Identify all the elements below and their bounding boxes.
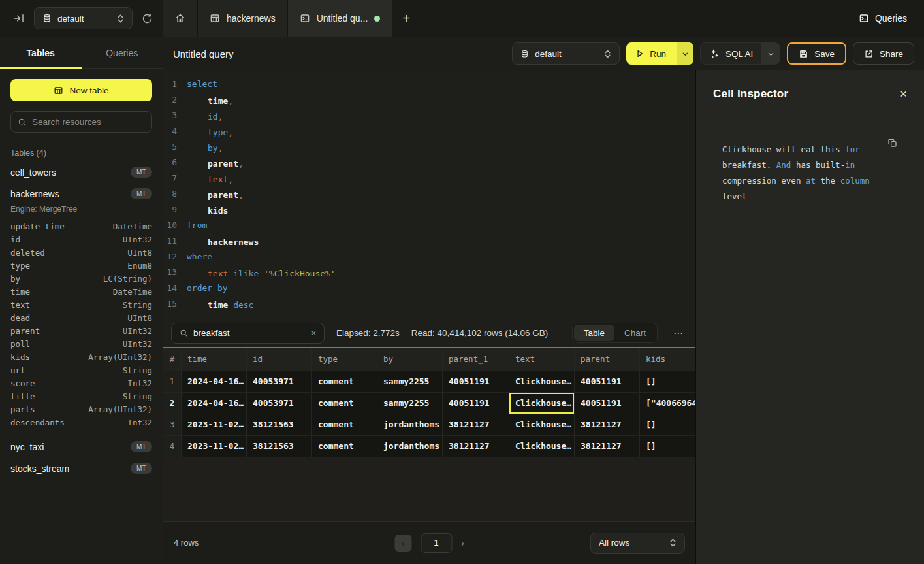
tab-hackernews[interactable]: hackernews — [198, 0, 288, 37]
table-cell[interactable]: 40051191 — [575, 393, 640, 414]
tab-label: Untitled qu... — [317, 13, 368, 24]
table-cell[interactable]: 38121127 — [443, 436, 509, 457]
table-cell[interactable]: 40053971 — [247, 393, 312, 414]
results-search-input[interactable] — [193, 328, 306, 338]
save-button[interactable]: Save — [787, 42, 846, 65]
sql-ai-caret[interactable] — [761, 43, 780, 64]
table-list-item[interactable]: stocks_streamMT — [10, 457, 152, 479]
share-button[interactable]: Share — [853, 42, 914, 65]
table-cell[interactable]: comment — [312, 371, 377, 393]
new-tab-button[interactable]: + — [392, 0, 420, 37]
run-button[interactable]: Run — [626, 42, 677, 65]
field-row[interactable]: scoreInt32 — [10, 377, 152, 390]
tab-home[interactable] — [163, 0, 198, 37]
field-row[interactable]: typeEnum8 — [10, 259, 152, 273]
column-header[interactable]: parent — [575, 348, 640, 371]
table-cell[interactable]: 40051191 — [443, 393, 509, 414]
table-cell[interactable]: 38121127 — [575, 414, 640, 436]
table-cell[interactable]: Clickhouse… — [509, 414, 575, 436]
table-cell[interactable]: Clickhouse… — [509, 371, 575, 393]
view-chart-segment[interactable]: Chart — [614, 325, 656, 341]
table-list-item[interactable]: nyc_taxiMT — [10, 436, 152, 457]
table-cell[interactable]: comment — [312, 393, 377, 414]
sidebar-tab-queries[interactable]: Queries — [82, 37, 163, 68]
new-table-button[interactable]: New table — [10, 79, 152, 101]
close-icon[interactable]: × — [900, 87, 907, 101]
clear-search-icon[interactable]: × — [311, 328, 316, 338]
refresh-icon[interactable] — [142, 13, 153, 24]
field-row[interactable]: pollUInt32 — [10, 338, 152, 351]
more-options-icon[interactable]: ⋯ — [669, 327, 688, 339]
prev-page-button[interactable]: ‹ — [394, 535, 411, 552]
table-cell[interactable]: comment — [312, 414, 377, 436]
copy-icon[interactable] — [887, 138, 898, 148]
table-cell[interactable]: 38121563 — [247, 436, 312, 457]
table-cell[interactable]: 38121127 — [443, 414, 509, 436]
table-cell[interactable]: [] — [640, 371, 695, 393]
table-cell[interactable]: 2023-11-02… — [182, 436, 247, 457]
column-header[interactable]: id — [247, 348, 312, 371]
table-cell[interactable]: comment — [312, 436, 377, 457]
collapse-sidebar-icon[interactable] — [13, 12, 25, 24]
field-row[interactable]: deletedUInt8 — [10, 246, 152, 259]
tables-list: cell_towersMThackernewsMTEngine: MergeTr… — [10, 161, 152, 479]
field-row[interactable]: byLC(String) — [10, 273, 152, 286]
page-number-input[interactable]: 1 — [421, 533, 452, 553]
view-table-segment[interactable]: Table — [574, 325, 614, 341]
query-database-selector[interactable]: default — [512, 42, 620, 65]
field-row[interactable]: partsArray(UInt32) — [10, 403, 152, 416]
table-cell[interactable]: 38121563 — [247, 414, 312, 436]
cell-inspector-panel: Cell Inspector × Clickhouse will eat thi… — [695, 70, 924, 564]
table-list-item[interactable]: hackernewsMT — [10, 183, 152, 205]
field-row[interactable]: kidsArray(UInt32) — [10, 351, 152, 364]
column-header[interactable]: by — [377, 348, 443, 371]
column-header[interactable]: parent_1 — [443, 348, 509, 371]
cell-inspector-header: Cell Inspector × — [696, 70, 924, 118]
column-header[interactable]: type — [312, 348, 377, 371]
table-cell[interactable]: ["40066964… — [640, 393, 695, 414]
database-selector[interactable]: default — [34, 7, 133, 29]
table-cell[interactable]: 38121127 — [575, 436, 640, 457]
field-row[interactable]: timeDateTime — [10, 286, 152, 299]
search-resources-input[interactable] — [32, 117, 148, 127]
sql-editor[interactable]: 1select2time,3id,4type,5by,6parent,7text… — [163, 70, 695, 319]
tables-section-label: Tables (4) — [10, 148, 152, 158]
field-row[interactable]: parentUInt32 — [10, 325, 152, 338]
table-cell[interactable]: sammy2255 — [377, 393, 443, 414]
field-row[interactable]: idUInt32 — [10, 233, 152, 246]
field-row[interactable]: deadUInt8 — [10, 312, 152, 325]
field-type: UInt32 — [123, 338, 152, 351]
table-cell[interactable]: Clickhouse… — [509, 436, 575, 457]
table-cell[interactable]: jordanthoms — [377, 436, 443, 457]
table-list-item[interactable]: cell_towersMT — [10, 161, 152, 183]
column-header[interactable]: # — [163, 348, 182, 371]
field-row[interactable]: urlString — [10, 364, 152, 377]
sidebar-tab-tables[interactable]: Tables — [0, 37, 82, 68]
table-cell[interactable]: 2023-11-02… — [182, 414, 247, 436]
column-header[interactable]: kids — [640, 348, 695, 371]
table-cell[interactable]: jordanthoms — [377, 414, 443, 436]
sql-ai-button[interactable]: SQL AI — [701, 43, 761, 64]
field-row[interactable]: descendantsInt32 — [10, 416, 152, 429]
table-cell[interactable]: [] — [640, 414, 695, 436]
table-cell[interactable]: Clickhouse… — [509, 393, 575, 414]
page-size-selector[interactable]: All rows — [590, 533, 685, 554]
table-cell[interactable]: 40051191 — [443, 371, 509, 393]
column-header[interactable]: time — [182, 348, 247, 371]
table-cell[interactable]: 2024-04-16… — [182, 393, 247, 414]
table-cell[interactable]: sammy2255 — [377, 371, 443, 393]
field-row[interactable]: titleString — [10, 390, 152, 403]
table-cell[interactable]: 2024-04-16… — [182, 371, 247, 393]
table-cell[interactable]: [] — [640, 436, 695, 457]
column-header[interactable]: text — [509, 348, 575, 371]
tab-untitled-query[interactable]: Untitled qu... — [288, 0, 393, 37]
table-cell[interactable]: 40051191 — [575, 371, 640, 393]
field-type: DateTime — [113, 220, 152, 233]
queries-button[interactable]: Queries — [859, 0, 924, 37]
table-row: 12024-04-16…40053971commentsammy22554005… — [163, 371, 695, 393]
table-cell[interactable]: 40053971 — [247, 371, 312, 393]
field-row[interactable]: update_timeDateTime — [10, 220, 152, 233]
run-options-caret[interactable] — [677, 42, 693, 65]
next-page-button[interactable]: › — [461, 537, 464, 548]
field-row[interactable]: textString — [10, 299, 152, 312]
